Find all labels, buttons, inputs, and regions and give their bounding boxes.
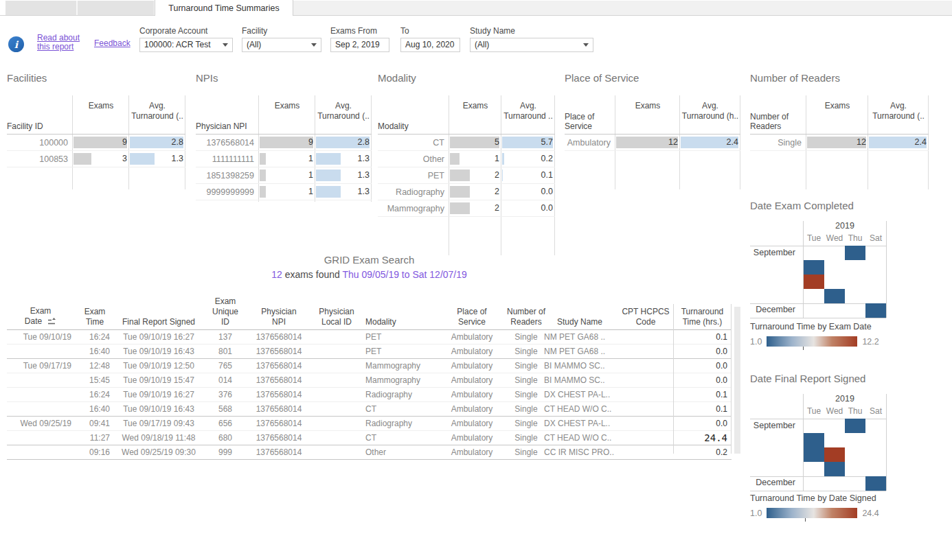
column-header-tat[interactable]: Turnaround Time (hrs.) — [673, 307, 732, 327]
column-header-local[interactable]: Physician Local ID — [312, 307, 361, 327]
avg-bar-cell[interactable]: 1.3 — [315, 184, 372, 200]
avg-bar-cell[interactable]: 5.7 — [501, 135, 555, 150]
exams-column-header[interactable]: Exams — [615, 101, 680, 111]
row-header-label[interactable]: Number of Readers — [750, 112, 789, 131]
row-label[interactable]: PET — [378, 171, 449, 180]
avg-bar-cell[interactable]: 0.0 — [501, 184, 555, 200]
exams-bar-cell[interactable]: 1 — [449, 151, 501, 167]
avg-bar-cell[interactable]: 1.3 — [129, 151, 185, 167]
table-row[interactable]: Wed 09/25/1909:41Tue 09/17/19 09:4365613… — [7, 417, 732, 431]
column-header-readers[interactable]: Number of Readers — [503, 307, 549, 327]
row-label[interactable]: 1376568014 — [196, 138, 259, 148]
to-input[interactable]: Aug 10, 2020 — [400, 38, 460, 52]
inactive-tab-2[interactable] — [78, 1, 155, 15]
avg-turnaround-column-header[interactable]: Avg. Turnaround (.. — [868, 101, 929, 121]
exams-bar-cell[interactable]: 1 — [259, 167, 315, 183]
exams-column-header[interactable]: Exams — [73, 101, 129, 111]
table-row[interactable]: 09:16Wed 09/25/19 09:309991376568014Othe… — [7, 445, 732, 460]
exams-bar-cell[interactable]: 12 — [615, 135, 680, 150]
row-header-label[interactable]: Modality — [378, 121, 409, 131]
exams-bar-cell[interactable]: 5 — [449, 135, 501, 150]
heatmap-cell[interactable] — [865, 476, 886, 491]
facility-dropdown[interactable]: (All) — [242, 38, 321, 52]
table-row[interactable]: Tue 09/17/1912:48Tue 09/10/19 12:5076513… — [7, 359, 732, 373]
corporate-account-dropdown[interactable]: 100000: ACR Test — [139, 38, 233, 52]
column-header-study[interactable]: Study Name — [544, 317, 615, 327]
legend-gradient-bar[interactable] — [767, 508, 857, 518]
exams-bar-cell[interactable]: 2 — [449, 167, 501, 183]
avg-bar-cell[interactable]: 2.4 — [868, 135, 929, 150]
read-about-report-link[interactable]: Read about this report — [37, 34, 82, 51]
row-label[interactable]: 100000 — [7, 138, 73, 148]
row-header-label[interactable]: Facility ID — [7, 121, 43, 131]
heatmap-cell[interactable] — [845, 246, 865, 260]
row-label[interactable]: Radiography — [378, 187, 449, 197]
row-label[interactable]: Mammography — [378, 204, 449, 213]
avg-turnaround-column-header[interactable]: Avg. Turnaround (.. — [315, 101, 372, 121]
exams-column-header[interactable]: Exams — [449, 101, 501, 111]
table-row[interactable]: 16:40Tue 09/10/19 16:438011376568014PETA… — [7, 345, 732, 359]
exams-bar-cell[interactable]: 12 — [806, 135, 868, 150]
avg-bar-cell[interactable]: 1.3 — [315, 167, 372, 183]
table-row[interactable]: Tue 09/10/1916:24Tue 09/10/19 16:2713713… — [7, 330, 732, 345]
table-row[interactable]: 11:27Wed 09/18/19 11:486801376568014CTAm… — [7, 431, 732, 445]
avg-bar-cell[interactable]: 2.8 — [315, 135, 372, 150]
exams-column-header[interactable]: Exams — [806, 101, 868, 111]
feedback-link[interactable]: Feedback — [94, 39, 131, 48]
exams-bar-cell[interactable]: 1 — [259, 151, 315, 167]
table-row[interactable]: 16:40Tue 09/10/19 16:435681376568014CTAm… — [7, 402, 732, 417]
legend-gradient-bar[interactable] — [767, 336, 857, 347]
exams-from-input[interactable]: Sep 2, 2019 — [330, 38, 389, 52]
tab-turnaround-time-summaries[interactable]: Turnaround Time Summaries — [155, 0, 293, 16]
heatmap-cell[interactable] — [804, 275, 824, 289]
column-header-cpt[interactable]: CPT HCPCS Code — [618, 307, 673, 327]
heatmap-cell[interactable] — [865, 303, 886, 318]
avg-bar-cell[interactable]: 0.0 — [501, 200, 555, 216]
heatmap-cell[interactable] — [824, 289, 845, 303]
row-header-label[interactable]: Physician NPI — [196, 121, 247, 131]
row-label[interactable]: 9999999999 — [196, 187, 259, 197]
column-header-uid[interactable]: Exam Unique ID — [207, 296, 243, 327]
heatmap-cell[interactable] — [845, 419, 865, 433]
exams-bar-cell[interactable]: 2 — [449, 200, 501, 216]
grid-scrollbar[interactable] — [734, 307, 740, 454]
column-header-pos[interactable]: Place of Service — [444, 307, 500, 327]
exams-bar-cell[interactable]: 9 — [259, 135, 315, 150]
inactive-tab-1[interactable] — [5, 1, 78, 15]
table-row[interactable]: 15:45Tue 09/10/19 15:470141376568014Mamm… — [7, 373, 732, 388]
exams-bar-cell[interactable]: 2 — [449, 184, 501, 200]
exams-column-header[interactable]: Exams — [259, 101, 315, 111]
exams-bar-cell[interactable]: 1 — [259, 184, 315, 200]
row-label[interactable]: Other — [378, 154, 449, 164]
heatmap-cell[interactable] — [804, 260, 824, 275]
column-header-date[interactable]: Exam Date — [7, 306, 74, 327]
column-header-time[interactable]: Exam Time — [77, 307, 113, 327]
avg-bar-cell[interactable]: 2.4 — [680, 135, 740, 150]
avg-turnaround-column-header[interactable]: Avg. Turnaround (h.. — [680, 101, 740, 121]
row-label[interactable]: CT — [378, 138, 449, 148]
info-icon[interactable]: i — [8, 36, 24, 52]
avg-bar-cell[interactable]: 0.1 — [501, 167, 555, 183]
row-label[interactable]: 1111111111 — [196, 154, 259, 164]
avg-bar-cell[interactable]: 0.2 — [501, 151, 555, 167]
row-header-label[interactable]: Place of Service — [565, 112, 594, 131]
avg-bar-cell[interactable]: 2.8 — [129, 135, 185, 150]
sort-ascending-icon[interactable] — [47, 317, 56, 327]
column-header-npi[interactable]: Physician NPI — [249, 307, 309, 327]
exams-bar-cell[interactable]: 3 — [73, 151, 129, 167]
avg-turnaround-column-header[interactable]: Avg. Turnaround .. — [501, 101, 555, 121]
avg-turnaround-column-header[interactable]: Avg. Turnaround (.. — [129, 101, 185, 121]
table-row[interactable]: 16:24Tue 09/10/19 16:273761376568014Radi… — [7, 388, 732, 402]
column-header-signed[interactable]: Final Report Signed — [113, 317, 205, 327]
exams-bar-cell[interactable]: 9 — [73, 135, 129, 150]
row-label[interactable]: Ambulatory — [565, 138, 615, 148]
study-name-dropdown[interactable]: (All) — [470, 38, 593, 52]
heatmap-cell[interactable] — [804, 433, 824, 462]
heatmap-cell[interactable] — [824, 447, 845, 462]
row-label[interactable]: Single — [750, 138, 806, 148]
row-label[interactable]: 100853 — [7, 154, 73, 164]
row-label[interactable]: 1851398259 — [196, 171, 259, 180]
column-header-modality[interactable]: Modality — [361, 317, 445, 327]
avg-bar-cell[interactable]: 1.3 — [315, 151, 372, 167]
heatmap-cell[interactable] — [824, 462, 845, 476]
